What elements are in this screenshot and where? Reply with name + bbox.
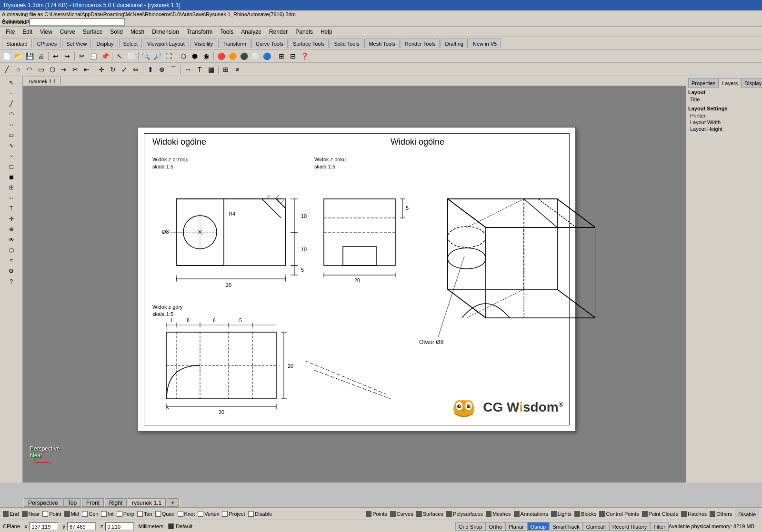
snap-end[interactable]: End [3, 511, 19, 517]
vp-btab-add[interactable]: + [167, 498, 179, 507]
snap-vertex[interactable]: Vertex [198, 511, 219, 517]
menu-render[interactable]: Render [265, 28, 291, 36]
menu-analyze[interactable]: Analyze [237, 28, 265, 36]
menu-file[interactable]: File [2, 28, 19, 36]
curve-tool[interactable]: ∿ [3, 141, 20, 150]
transform-tool[interactable]: ✛ [3, 214, 20, 224]
snap-tan[interactable]: Tan [137, 511, 152, 517]
arc-tool[interactable]: ◠ [3, 109, 20, 119]
snap-knot[interactable]: Knot [178, 511, 195, 517]
filter-pointclouds-check[interactable] [642, 511, 648, 517]
filter-btn[interactable]: Filter [650, 522, 668, 531]
snap-tan-check[interactable] [137, 511, 143, 517]
tab-drafting[interactable]: Drafting [441, 39, 468, 48]
render-icon[interactable]: ◉ [201, 51, 211, 61]
filter-annotations[interactable]: Annotations [514, 511, 548, 517]
surface-tool[interactable]: ◻ [3, 162, 20, 171]
analyze-tool[interactable]: ⊕ [3, 225, 20, 234]
mirror-icon[interactable]: ⇔ [130, 64, 141, 75]
copy-icon[interactable]: 📋 [88, 51, 99, 61]
snap-near-check[interactable] [22, 511, 28, 517]
filter-curves[interactable]: Curves [390, 511, 413, 517]
grid-icon[interactable]: ⊞ [276, 51, 287, 61]
help-tool[interactable]: ? [3, 277, 20, 286]
text-tool[interactable]: T [3, 204, 20, 213]
tab-solid-tools[interactable]: Solid Tools [330, 39, 363, 48]
snap-vertex-check[interactable] [198, 511, 203, 517]
snap-quad[interactable]: Quad [155, 511, 175, 517]
menu-view[interactable]: View [36, 28, 56, 36]
filter-others-check[interactable] [710, 511, 715, 517]
snap-int-check[interactable] [101, 511, 107, 517]
hatch-icon[interactable]: ▦ [206, 64, 216, 75]
zoom-out-icon[interactable]: 🔎 [152, 51, 162, 61]
filter-polysurfaces-check[interactable] [446, 511, 452, 517]
circle-tool[interactable]: ○ [3, 120, 20, 129]
wire-icon[interactable]: ⬡ [178, 51, 189, 61]
command-input[interactable] [30, 18, 125, 26]
text-icon[interactable]: T [194, 64, 205, 75]
ortho-btn[interactable]: Ortho [485, 522, 505, 531]
dim-icon[interactable]: ↔ [183, 64, 193, 75]
filter-blocks-check[interactable] [574, 511, 580, 517]
filter-curves-check[interactable] [390, 511, 396, 517]
group-tool[interactable]: ⬡ [3, 246, 20, 255]
move-icon[interactable]: ✛ [96, 64, 107, 75]
filter-meshes[interactable]: Meshes [486, 511, 511, 517]
snap-int[interactable]: Int [101, 511, 113, 517]
panel-tab-layers[interactable]: Layers [719, 78, 741, 88]
filter-surfaces[interactable]: Surfaces [416, 511, 443, 517]
mat3-icon[interactable]: ⚫ [239, 51, 249, 61]
menu-help[interactable]: Help [317, 28, 336, 36]
filter-hatches[interactable]: Hatches [681, 511, 707, 517]
mesh-tool[interactable]: ⊞ [3, 183, 20, 192]
tab-surface-tools[interactable]: Surface Tools [289, 39, 329, 48]
circle-icon[interactable]: ○ [13, 64, 23, 75]
menu-dimension[interactable]: Dimension [148, 28, 183, 36]
filter-hatches-check[interactable] [681, 511, 687, 517]
tab-setview[interactable]: Set View [62, 39, 91, 48]
viewport-area[interactable]: rysunek 1.1 Widoki ogólne Widoki ogólne … [23, 76, 686, 483]
tab-visibility[interactable]: Visibility [190, 39, 218, 48]
vp-btab-perspective[interactable]: Perspective [24, 498, 62, 507]
vp-btab-front[interactable]: Front [82, 498, 104, 507]
snap-point-check[interactable] [42, 511, 48, 517]
paste-icon[interactable]: 📌 [100, 51, 110, 61]
select-icon[interactable]: ↖ [114, 51, 125, 61]
layout-width-item[interactable]: Layout Width [688, 119, 760, 126]
prop-tool[interactable]: ⚙ [3, 266, 20, 276]
dim-tool[interactable]: ↔ [3, 193, 20, 203]
rect-icon[interactable]: ▭ [36, 64, 46, 75]
tab-render-tools[interactable]: Render Tools [401, 39, 440, 48]
panel-tab-display[interactable]: Display [741, 78, 762, 88]
snap-mid[interactable]: Mid [64, 511, 80, 517]
filter-pointclouds[interactable]: Point Clouds [642, 511, 678, 517]
mat-icon[interactable]: 🔴 [216, 51, 226, 61]
print-icon[interactable]: 🖨 [36, 51, 46, 61]
freeform-tool[interactable]: ~ [3, 151, 20, 161]
vp-btab-rysunek[interactable]: rysunek 1.1 [128, 498, 166, 507]
mat5-icon[interactable]: 🔵 [261, 51, 272, 61]
snap-project-check[interactable] [222, 511, 228, 517]
filter-points-check[interactable] [366, 511, 371, 517]
menu-solid[interactable]: Solid [106, 28, 127, 36]
arc-icon[interactable]: ◠ [24, 64, 35, 75]
boolean-icon[interactable]: ⊕ [157, 64, 167, 75]
trim-icon[interactable]: ✂ [70, 64, 80, 75]
offset-icon[interactable]: ⇥ [59, 64, 69, 75]
snap-cen-check[interactable] [82, 511, 88, 517]
vp-tab-rysunek[interactable]: rysunek 1.1 [25, 77, 60, 85]
snap-quad-check[interactable] [155, 511, 161, 517]
snap-project[interactable]: Project [222, 511, 245, 517]
snap-cen[interactable]: Cen [82, 511, 98, 517]
grid-snap-btn[interactable]: Grid Snap [455, 522, 486, 531]
filter-polysurfaces[interactable]: Polysurfaces [446, 511, 483, 517]
view-tool[interactable]: 👁 [3, 235, 20, 245]
poly-icon[interactable]: ⬡ [47, 64, 58, 75]
snap-disable-check[interactable] [248, 511, 254, 517]
filter-disable-btn[interactable]: Disable [735, 510, 759, 518]
vp-btab-top[interactable]: Top [63, 498, 81, 507]
extrude-icon[interactable]: ⬆ [145, 64, 156, 75]
rotate-icon[interactable]: ↻ [108, 64, 118, 75]
vp-btab-right[interactable]: Right [105, 498, 127, 507]
